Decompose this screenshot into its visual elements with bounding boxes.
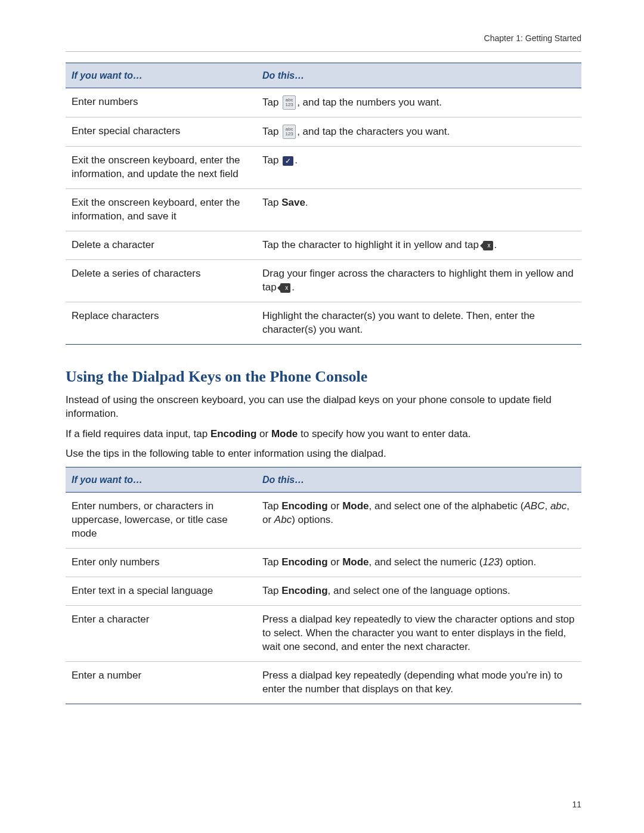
table-cell-right: Tap the character to highlight it in yel… [256,231,581,260]
table-row: Delete a series of charactersDrag your f… [66,260,581,302]
table-cell-right: Tap abc123, and tap the numbers you want… [256,88,581,117]
num-key-icon: abc123 [283,95,296,110]
table-header-right: Do this… [256,467,581,493]
table-row: Exit the onscreen keyboard, enter the in… [66,147,581,189]
table-row: Enter numbersTap abc123, and tap the num… [66,88,581,117]
table-cell-left: Enter a number [66,661,256,704]
table-cell-right: Tap Encoding, and select one of the lang… [256,577,581,606]
table-cell-right: Tap ✓. [256,147,581,189]
table-cell-left: Enter special characters [66,117,256,147]
table-cell-right: Tap Save. [256,189,581,231]
header-rule [66,51,581,52]
table-row: Delete a characterTap the character to h… [66,231,581,260]
body-paragraph: If a field requires data input, tap Enco… [66,427,581,441]
table-cell-left: Enter a character [66,606,256,662]
table-cell-left: Replace characters [66,302,256,345]
backspace-icon: x [483,241,493,250]
dialpad-keys-table: If you want to…Do this…Enter numbers, or… [66,467,581,704]
table-row: Enter text in a special languageTap Enco… [66,577,581,606]
table-row: Enter numbers, or characters in uppercas… [66,493,581,549]
table-cell-left: Delete a character [66,231,256,260]
body-paragraph: Instead of using the onscreen keyboard, … [66,393,581,421]
table-cell-left: Enter only numbers [66,549,256,577]
table-row: Enter a characterPress a dialpad key rep… [66,606,581,662]
chapter-header: Chapter 1: Getting Started [66,33,581,44]
table-cell-left: Enter numbers [66,88,256,117]
table-row: Enter only numbersTap Encoding or Mode, … [66,549,581,577]
checkmark-icon: ✓ [283,156,293,166]
table-row: Exit the onscreen keyboard, enter the in… [66,189,581,231]
table-header-left: If you want to… [66,63,256,88]
backspace-icon: x [280,283,290,293]
document-page: Chapter 1: Getting Started If you want t… [0,0,644,833]
table-cell-right: Highlight the character(s) you want to d… [256,302,581,345]
table-cell-left: Enter numbers, or characters in uppercas… [66,493,256,549]
table-cell-left: Exit the onscreen keyboard, enter the in… [66,147,256,189]
table-cell-right: Tap Encoding or Mode, and select the num… [256,549,581,577]
table-cell-left: Enter text in a special language [66,577,256,606]
table-cell-right: Tap Encoding or Mode, and select one of … [256,493,581,549]
table-header-right: Do this… [256,63,581,88]
table-cell-right: Press a dialpad key repeatedly to view t… [256,606,581,662]
table-header-left: If you want to… [66,467,256,493]
page-number: 11 [572,799,581,810]
table-row: Enter a numberPress a dialpad key repeat… [66,661,581,704]
table-row: Enter special charactersTap abc123, and … [66,117,581,147]
num-key-icon: abc123 [283,125,296,139]
table-cell-left: Exit the onscreen keyboard, enter the in… [66,189,256,231]
table-cell-right: Press a dialpad key repeatedly (dependin… [256,661,581,704]
table-cell-right: Drag your finger across the characters t… [256,260,581,302]
body-paragraph: Use the tips in the following table to e… [66,447,581,460]
section-heading: Using the Dialpad Keys on the Phone Cons… [66,366,581,387]
onscreen-keyboard-table: If you want to…Do this…Enter numbersTap … [66,63,581,345]
table-row: Replace charactersHighlight the characte… [66,302,581,345]
table-cell-right: Tap abc123, and tap the characters you w… [256,117,581,147]
table-cell-left: Delete a series of characters [66,260,256,302]
